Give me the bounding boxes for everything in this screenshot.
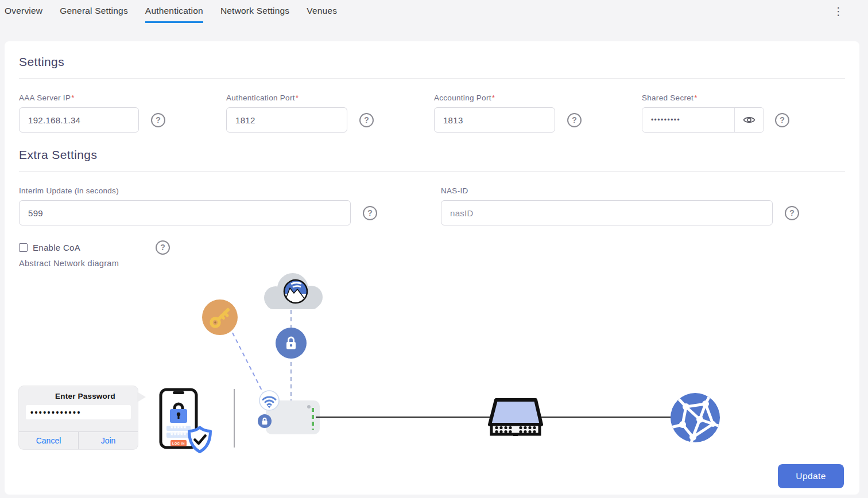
shared-secret-input[interactable] (642, 108, 734, 132)
cancel-button[interactable]: Cancel (19, 432, 79, 449)
enable-coa-checkbox[interactable] (19, 243, 28, 252)
label-text: Accounting Port (434, 94, 491, 102)
enter-password-dialog: Enter Password •••••••••••• Cancel Join (19, 386, 138, 449)
authentication-port-input[interactable] (226, 107, 347, 133)
dialog-password-field[interactable]: •••••••••••• (26, 405, 131, 419)
top-tab-bar: Overview General Settings Authentication… (0, 0, 868, 41)
interim-update-label: Interim Update (in seconds) (19, 186, 441, 195)
tab-authentication[interactable]: Authentication (145, 0, 203, 23)
nas-id-label: NAS-ID (441, 186, 808, 195)
tab-network-settings[interactable]: Network Settings (220, 0, 289, 23)
divider (19, 78, 845, 79)
extra-settings-fields-row: Interim Update (in seconds) ? NAS-ID ? (19, 186, 845, 225)
accounting-port-input[interactable] (434, 107, 555, 133)
enable-coa-label: Enable CoA (33, 243, 80, 252)
settings-card: Settings AAA Server IP* ? Authentication… (5, 41, 859, 495)
abstract-diagram-title: Abstract Network diagram (19, 259, 845, 268)
extra-settings-heading: Extra Settings (19, 133, 845, 162)
update-button[interactable]: Update (778, 464, 844, 488)
nas-id-input[interactable] (441, 200, 773, 225)
diagram-separator (234, 389, 235, 448)
label-text: Shared Secret (642, 94, 693, 102)
tab-venues[interactable]: Venues (307, 0, 337, 23)
field-interim-update: Interim Update (in seconds) ? (19, 186, 441, 225)
accounting-port-label: Accounting Port* (434, 94, 642, 102)
enable-coa-row: Enable CoA ? (19, 240, 845, 254)
aaa-server-ip-input[interactable] (19, 107, 139, 133)
ap-lock-icon (258, 414, 272, 428)
ap-status-dot (307, 405, 311, 408)
dialog-buttons: Cancel Join (19, 431, 138, 449)
kebab-menu-icon[interactable]: ⋮ (833, 5, 844, 18)
field-accounting-port: Accounting Port* ? (434, 94, 642, 133)
key-icon (202, 299, 238, 335)
help-icon[interactable]: ? (363, 206, 377, 220)
settings-fields-row: AAA Server IP* ? Authentication Port* ? … (19, 94, 845, 133)
tab-general-settings[interactable]: General Settings (60, 0, 128, 23)
help-icon[interactable]: ? (359, 113, 374, 127)
field-aaa-server-ip: AAA Server IP* ? (19, 94, 226, 133)
shared-secret-label: Shared Secret* (642, 94, 845, 102)
divider (19, 171, 845, 172)
svg-text:LOG IN: LOG IN (172, 442, 185, 445)
network-switch-icon (487, 397, 544, 438)
cloud-logo-icon (258, 271, 326, 312)
svg-text:*****: ***** (170, 431, 187, 439)
settings-heading: Settings (19, 41, 845, 69)
field-nas-id: NAS-ID ? (441, 186, 808, 225)
required-marker: * (296, 94, 299, 102)
network-diagram: Enter Password •••••••••••• Cancel Join … (5, 270, 859, 462)
lock-icon (276, 328, 307, 359)
help-icon[interactable]: ? (156, 240, 170, 255)
help-icon[interactable]: ? (775, 113, 789, 127)
dialog-title: Enter Password (19, 386, 138, 400)
aaa-server-ip-label: AAA Server IP* (19, 94, 226, 102)
help-icon[interactable]: ? (785, 206, 799, 220)
wifi-icon (259, 390, 280, 411)
join-button[interactable]: Join (79, 432, 138, 449)
label-text: AAA Server IP (19, 94, 71, 102)
help-icon[interactable]: ? (567, 113, 582, 127)
field-shared-secret: Shared Secret* ? (642, 94, 845, 133)
required-marker: * (694, 94, 698, 102)
help-icon[interactable]: ? (151, 113, 165, 127)
internet-globe-icon (669, 392, 721, 443)
label-text: Authentication Port (226, 94, 295, 102)
tab-overview[interactable]: Overview (5, 0, 42, 23)
required-marker: * (492, 94, 495, 102)
authentication-port-label: Authentication Port* (226, 94, 434, 102)
dialog-tail (137, 392, 146, 402)
show-password-button[interactable] (734, 108, 764, 132)
shared-secret-field (642, 107, 764, 133)
field-authentication-port: Authentication Port* ? (226, 94, 434, 133)
required-marker: * (71, 94, 75, 102)
eye-icon (743, 115, 755, 124)
ap-port-leds (312, 408, 314, 430)
shield-check-icon (187, 426, 213, 453)
interim-update-input[interactable] (19, 200, 351, 225)
